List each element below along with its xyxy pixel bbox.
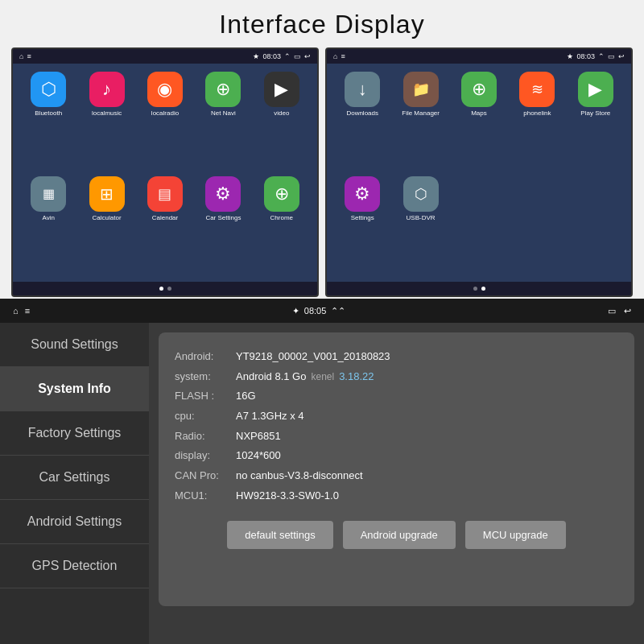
app-usbdvr[interactable]: ⬡ USB-DVR bbox=[394, 176, 446, 275]
app-netnavi[interactable]: ⊕ Net Navi bbox=[197, 72, 249, 170]
app-filemanager[interactable]: 📁 File Manager bbox=[394, 72, 446, 170]
sidebar-item-car-settings[interactable]: Car Settings bbox=[0, 456, 149, 500]
android-value: YT9218_00002_V001_20180823 bbox=[236, 347, 390, 367]
flash-row: FLASH : 16G bbox=[175, 386, 618, 407]
dot-1 bbox=[167, 287, 171, 291]
bottom-window-icon: ▭ bbox=[608, 306, 616, 316]
info-panel: Android: YT9218_00002_V001_20180823 syst… bbox=[159, 332, 634, 606]
system-row: system: Android 8.1 Go kenel 3.18.22 bbox=[175, 367, 618, 387]
display-row: display: 1024*600 bbox=[175, 446, 618, 466]
app-chrome[interactable]: ⊕ Chrome bbox=[256, 176, 308, 275]
app-phonelink[interactable]: ≋ phonelink bbox=[511, 72, 563, 170]
bottom-home-icon: ⌂ bbox=[13, 306, 19, 316]
display-value: 1024*600 bbox=[236, 446, 281, 466]
system-label: system: bbox=[175, 367, 231, 387]
time-1: 08:03 bbox=[262, 52, 281, 60]
radio-row: Radio: NXP6851 bbox=[175, 427, 618, 447]
mcu-row: MCU1: HW9218-3.3-SW0-1.0 bbox=[175, 486, 618, 506]
status-bar-1: ⌂ ≡ ★ 08:03 ⌃ ▭ ↩ bbox=[13, 49, 317, 64]
bluetooth-icon-1: ★ bbox=[253, 52, 259, 60]
dot-active-2 bbox=[481, 287, 485, 291]
cpu-row: cpu: A7 1.3GHz x 4 bbox=[175, 407, 618, 427]
cpu-value: A7 1.3GHz x 4 bbox=[236, 407, 304, 427]
bottom-time: 08:05 bbox=[304, 306, 327, 316]
back-icon-2: ↩ bbox=[618, 52, 625, 60]
android-row: Android: YT9218_00002_V001_20180823 bbox=[175, 347, 618, 367]
android-upgrade-button[interactable]: Android upgrade bbox=[343, 521, 456, 549]
back-icon-1: ↩ bbox=[304, 52, 311, 60]
mcu-label: MCU1: bbox=[175, 486, 231, 506]
window-icon-2: ▭ bbox=[608, 52, 615, 60]
sidebar-item-system-info[interactable]: System Info bbox=[0, 367, 149, 411]
sidebar-item-factory-settings[interactable]: Factory Settings bbox=[0, 411, 149, 456]
arrow-icon-2: ⌃ bbox=[598, 52, 605, 60]
android-label: Android: bbox=[175, 347, 231, 367]
menu-icon-2: ≡ bbox=[341, 52, 345, 60]
screen-2: ⌂ ≡ ★ 08:03 ⌃ ▭ ↩ ↓ Downloads 📁 File Man… bbox=[325, 47, 633, 297]
app-carsettings[interactable]: ⚙ Car Settings bbox=[197, 176, 249, 275]
bottom-chevron-icon: ⌃⌃ bbox=[331, 306, 345, 316]
bottom-bluetooth-icon: ✦ bbox=[292, 306, 299, 316]
home-icon-2: ⌂ bbox=[333, 52, 337, 60]
status-bar-2: ⌂ ≡ ★ 08:03 ⌃ ▭ ↩ bbox=[327, 49, 631, 64]
dot-active-1 bbox=[159, 287, 163, 291]
app-localmusic[interactable]: ♪ localmusic bbox=[80, 72, 132, 170]
cpu-label: cpu: bbox=[175, 407, 231, 427]
flash-label: FLASH : bbox=[175, 386, 231, 407]
arrow-icon-1: ⌃ bbox=[284, 52, 291, 60]
kenel-label: kenel bbox=[311, 368, 334, 386]
menu-icon-1: ≡ bbox=[27, 52, 31, 60]
bottom-status-bar: ⌂ ≡ ✦ 08:05 ⌃⌃ ▭ ↩ bbox=[0, 299, 644, 323]
bottom-section: ⌂ ≡ ✦ 08:05 ⌃⌃ ▭ ↩ Sound Settings System… bbox=[0, 299, 644, 644]
sidebar-item-gps-detection[interactable]: GPS Detection bbox=[0, 544, 149, 588]
content-area: NanTong Car-Styling Store Android: YT921… bbox=[149, 323, 644, 644]
app-calendar[interactable]: ▤ Calendar bbox=[139, 176, 191, 275]
window-icon-1: ▭ bbox=[294, 52, 301, 60]
buttons-row: default settings Android upgrade MCU upg… bbox=[175, 521, 618, 549]
mcu-value: HW9218-3.3-SW0-1.0 bbox=[236, 486, 339, 506]
app-settings[interactable]: ⚙ Settings bbox=[336, 176, 388, 275]
screenshots-row: ⌂ ≡ ★ 08:03 ⌃ ▭ ↩ ⬡ Bluetooth ♪ localm bbox=[0, 47, 644, 297]
sidebar-item-android-settings[interactable]: Android Settings bbox=[0, 500, 149, 544]
mcu-upgrade-button[interactable]: MCU upgrade bbox=[465, 521, 566, 549]
bottom-menu-icon: ≡ bbox=[25, 306, 30, 316]
kenel-value: 3.18.22 bbox=[339, 367, 374, 387]
radio-label: Radio: bbox=[175, 427, 231, 447]
app-calculator[interactable]: ⊞ Calculator bbox=[80, 176, 132, 275]
radio-value: NXP6851 bbox=[236, 427, 281, 447]
app-localradio[interactable]: ◉ localradio bbox=[139, 72, 191, 170]
screen-1: ⌂ ≡ ★ 08:03 ⌃ ▭ ↩ ⬡ Bluetooth ♪ localm bbox=[11, 47, 319, 297]
bluetooth-icon-2: ★ bbox=[567, 52, 573, 60]
page-title: Interface Display bbox=[0, 0, 644, 47]
can-label: CAN Pro: bbox=[175, 466, 231, 486]
sidebar-item-sound-settings[interactable]: Sound Settings bbox=[0, 323, 149, 367]
display-label: display: bbox=[175, 446, 231, 466]
time-2: 08:03 bbox=[576, 52, 595, 60]
can-row: CAN Pro: no canbus-V3.8-disconnect bbox=[175, 466, 618, 486]
can-value: no canbus-V3.8-disconnect bbox=[236, 466, 363, 486]
app-avin[interactable]: ▦ Avin bbox=[23, 176, 74, 275]
app-maps[interactable]: ⊕ Maps bbox=[453, 72, 505, 170]
app-bluetooth[interactable]: ⬡ Bluetooth bbox=[23, 72, 74, 170]
app-video[interactable]: ▶ video bbox=[256, 72, 308, 170]
bottom-back-icon: ↩ bbox=[624, 306, 631, 316]
flash-value: 16G bbox=[236, 386, 256, 407]
default-settings-button[interactable]: default settings bbox=[227, 521, 332, 549]
sidebar: Sound Settings System Info Factory Setti… bbox=[0, 323, 149, 644]
app-downloads[interactable]: ↓ Downloads bbox=[336, 72, 388, 170]
system-value: Android 8.1 Go bbox=[236, 367, 306, 387]
home-icon-1: ⌂ bbox=[19, 52, 23, 60]
dot-2 bbox=[473, 287, 477, 291]
app-playstore[interactable]: ▶ Play Store bbox=[570, 72, 621, 170]
